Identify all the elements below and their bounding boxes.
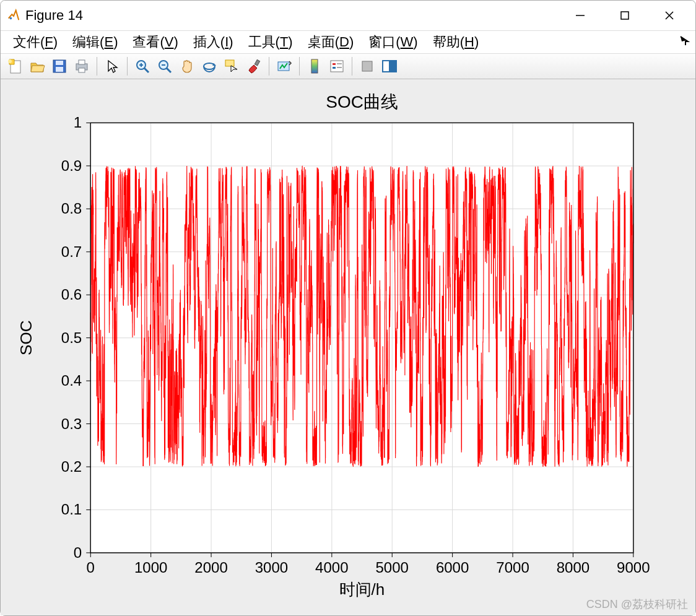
rotate3d-icon	[201, 58, 217, 74]
pan-button[interactable]	[176, 56, 198, 77]
y-tick-label: 0.3	[61, 415, 82, 432]
y-tick-label: 1	[74, 115, 82, 131]
menu-help[interactable]: 帮助(H)	[427, 32, 485, 53]
y-axis-label: SOC	[17, 321, 35, 356]
minimize-button[interactable]	[558, 1, 602, 30]
menu-window[interactable]: 窗口(W)	[362, 32, 424, 53]
colorbar-button[interactable]	[304, 56, 325, 77]
close-button[interactable]	[647, 1, 692, 30]
zoom-in-icon	[134, 58, 150, 74]
menu-view[interactable]: 查看(V)	[126, 32, 184, 53]
titlebar: Figure 14	[1, 1, 695, 30]
open-button[interactable]	[27, 56, 48, 77]
pointer-button[interactable]	[102, 56, 123, 77]
x-tick-label: 5000	[376, 560, 409, 576]
dock-arrow-icon[interactable]	[679, 34, 690, 50]
zoom-out-button[interactable]	[154, 56, 175, 77]
figure-area[interactable]: 010002000300040005000600070008000900000.…	[1, 79, 695, 615]
svg-rect-30	[333, 67, 336, 69]
svg-rect-11	[56, 67, 63, 72]
svg-rect-35	[389, 61, 396, 72]
brush-button[interactable]	[243, 56, 264, 77]
print-button[interactable]	[71, 56, 92, 77]
print-icon	[74, 58, 90, 74]
pan-hand-icon	[179, 58, 195, 74]
svg-rect-28	[331, 61, 343, 72]
chart-title: SOC曲线	[326, 93, 398, 112]
toolbar	[1, 54, 695, 80]
svg-point-8	[8, 59, 12, 63]
svg-point-0	[10, 17, 12, 20]
rotate3d-button[interactable]	[199, 56, 220, 77]
x-tick-label: 4000	[315, 560, 348, 576]
save-button[interactable]	[49, 56, 70, 77]
x-tick-label: 6000	[436, 560, 469, 576]
dock-figure-icon	[381, 59, 398, 73]
y-tick-label: 0	[74, 544, 82, 561]
figure-window: Figure 14 文件(F) 编辑(E) 查看(V) 插入(I) 工具(T) …	[0, 0, 696, 616]
y-tick-label: 0.7	[61, 243, 82, 260]
data-cursor-icon	[224, 58, 240, 74]
svg-line-20	[167, 68, 171, 72]
maximize-icon	[620, 11, 629, 20]
menu-tools[interactable]: 工具(T)	[242, 32, 299, 53]
new-figure-button[interactable]	[4, 56, 25, 77]
close-icon	[664, 11, 674, 20]
link-plots-button[interactable]	[274, 56, 295, 77]
x-tick-label: 2000	[194, 560, 227, 576]
x-tick-label: 0	[87, 560, 95, 576]
colorbar-icon	[308, 58, 321, 74]
y-tick-label: 0.5	[61, 329, 82, 346]
hide-plot-tools-button[interactable]	[357, 56, 378, 77]
x-tick-label: 1000	[134, 560, 167, 576]
zoom-in-button[interactable]	[132, 56, 153, 77]
zoom-out-icon	[157, 58, 173, 74]
toolbar-separator	[352, 57, 352, 76]
pointer-icon	[105, 59, 120, 74]
minimize-icon	[575, 11, 585, 20]
window-title: Figure 14	[25, 7, 83, 24]
svg-rect-27	[311, 59, 318, 73]
svg-rect-13	[79, 60, 85, 64]
svg-rect-24	[225, 60, 234, 66]
y-tick-label: 0.4	[61, 373, 82, 389]
toolbar-separator	[299, 57, 300, 76]
link-plots-icon	[276, 58, 292, 74]
svg-rect-10	[56, 61, 63, 65]
menu-desktop[interactable]: 桌面(D)	[302, 32, 360, 53]
svg-rect-2	[621, 12, 629, 19]
y-tick-label: 0.9	[61, 157, 82, 174]
toolbar-separator	[97, 57, 97, 76]
brush-icon	[246, 58, 262, 74]
legend-icon	[329, 58, 345, 74]
hide-tools-icon	[360, 59, 374, 73]
x-tick-label: 9000	[617, 560, 650, 576]
y-tick-label: 0.8	[61, 201, 82, 217]
svg-rect-14	[79, 68, 85, 72]
new-figure-icon	[7, 58, 23, 74]
open-folder-icon	[29, 58, 45, 74]
svg-rect-25	[254, 60, 259, 66]
menu-insert[interactable]: 插入(I)	[187, 32, 240, 53]
y-tick-label: 0.2	[61, 458, 82, 475]
dock-figure-button[interactable]	[379, 56, 400, 77]
data-cursor-button[interactable]	[221, 56, 242, 77]
axes[interactable]: 010002000300040005000600070008000900000.…	[1, 79, 695, 615]
y-tick-label: 0.6	[61, 287, 82, 303]
matlab-app-icon	[7, 9, 20, 22]
legend-button[interactable]	[326, 56, 347, 77]
menu-edit[interactable]: 编辑(E)	[66, 32, 124, 53]
svg-rect-33	[362, 61, 372, 71]
menubar: 文件(F) 编辑(E) 查看(V) 插入(I) 工具(T) 桌面(D) 窗口(W…	[1, 30, 695, 54]
y-tick-label: 0.1	[61, 501, 82, 518]
x-axis-label: 时间/h	[339, 581, 385, 599]
save-icon	[51, 58, 67, 74]
toolbar-separator	[269, 57, 269, 76]
watermark-text: CSDN @荔枝科研社	[586, 597, 688, 612]
menu-file[interactable]: 文件(F)	[7, 32, 64, 53]
x-tick-label: 8000	[557, 560, 589, 576]
toolbar-separator	[127, 57, 128, 76]
x-tick-label: 7000	[496, 560, 529, 576]
svg-line-16	[144, 68, 149, 72]
maximize-button[interactable]	[602, 1, 647, 30]
